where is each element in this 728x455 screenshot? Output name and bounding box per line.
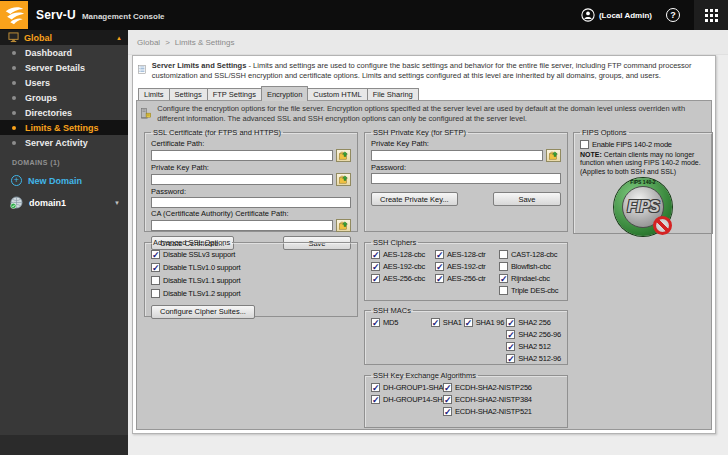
ssh-save-button[interactable]: Save (493, 192, 561, 206)
computer-certificate-icon (141, 104, 151, 123)
checkbox-box[interactable]: ✓ (506, 354, 515, 363)
checkbox-box[interactable] (151, 289, 160, 298)
checkbox-disable-tlsv1-2-support[interactable]: Disable TLSv1.2 support (151, 289, 240, 298)
browse-button[interactable] (336, 149, 351, 162)
sidebar-item-label: Users (25, 78, 50, 88)
ca-certificate-path-input[interactable] (151, 220, 333, 231)
checkbox-box[interactable]: ✓ (431, 318, 440, 327)
tab-settings[interactable]: Settings (169, 88, 208, 100)
checkbox-aes-128-ctr[interactable]: ✓AES-128-ctr (435, 250, 499, 259)
browse-button[interactable] (336, 219, 351, 232)
configure-cipher-suites-button[interactable]: Configure Cipher Suites... (151, 305, 255, 319)
checkbox-box[interactable]: ✓ (371, 395, 380, 404)
checkbox-box[interactable] (499, 286, 508, 295)
sidebar-item-directories[interactable]: Directories (0, 105, 128, 120)
sidebar-item-groups[interactable]: Groups (0, 90, 128, 105)
checkbox-ecdh-sha2-nistp256[interactable]: ✓ECDH-SHA2-NISTP256 (443, 383, 532, 392)
browse-button[interactable] (336, 173, 351, 186)
checkbox-sha2-256[interactable]: ✓SHA2 256 (506, 318, 561, 327)
sidebar-item-domain1[interactable]: domain1 ▼ (0, 196, 128, 209)
main-content: Global > Limits & Settings Server Limits… (128, 30, 728, 455)
checkbox-disable-tlsv1-1-support[interactable]: Disable TLSv1.1 support (151, 276, 240, 285)
checkbox-aes-192-cbc[interactable]: ✓AES-192-cbc (371, 262, 435, 271)
help-button[interactable]: ? (666, 8, 680, 22)
checkbox-aes-256-cbc[interactable]: ✓AES-256-cbc (371, 274, 435, 283)
checkbox-box[interactable]: ✓ (371, 383, 380, 392)
breadcrumb-root[interactable]: Global (137, 38, 160, 47)
checkbox-box[interactable]: ✓ (443, 395, 452, 404)
ssh-password-input[interactable] (371, 173, 561, 184)
checkbox-blowfish-cbc[interactable]: Blowfish-cbc (499, 262, 558, 271)
checkbox-box[interactable]: ✓ (506, 342, 515, 351)
checkbox-box[interactable]: ✓ (371, 250, 380, 259)
checkbox-aes-256-ctr[interactable]: ✓AES-256-ctr (435, 274, 499, 283)
checkbox-sha1[interactable]: ✓SHA1 (431, 318, 464, 327)
certificate-path-input[interactable] (151, 150, 333, 161)
new-domain-button[interactable]: + New Domain (0, 175, 128, 186)
checkbox-label: ECDH-SHA2-NISTP521 (455, 407, 532, 416)
private-key-path-input[interactable] (151, 174, 333, 185)
checkbox-triple-des-cbc[interactable]: Triple DES-cbc (499, 286, 558, 295)
checkbox-enable-fips-140-2-mode[interactable]: Enable FIPS 140-2 mode (580, 140, 706, 149)
checkbox-box[interactable]: ✓ (371, 262, 380, 271)
ssh-key-path-input[interactable] (371, 150, 543, 161)
checkbox-sha2-256-96[interactable]: ✓SHA2 256-96 (506, 330, 561, 339)
tab-custom-html[interactable]: Custom HTML (307, 88, 367, 100)
tab-ftp-settings[interactable]: FTP Settings (207, 88, 262, 100)
checkbox-box[interactable]: ✓ (443, 383, 452, 392)
checkbox-sha1-96[interactable]: ✓SHA1 96 (464, 318, 506, 327)
checkbox-box[interactable]: ✓ (151, 263, 160, 272)
checkbox-aes-128-cbc[interactable]: ✓AES-128-cbc (371, 250, 435, 259)
checkbox-disable-tlsv1-0-support[interactable]: ✓Disable TLSv1.0 support (151, 263, 240, 272)
checkbox-ecdh-sha2-nistp384[interactable]: ✓ECDH-SHA2-NISTP384 (443, 395, 532, 404)
checkbox-aes-192-ctr[interactable]: ✓AES-192-ctr (435, 262, 499, 271)
sidebar-item-limits-settings[interactable]: Limits & Settings (0, 120, 128, 135)
checkbox-box[interactable]: ✓ (371, 274, 380, 283)
checkbox-cast-128-cbc[interactable]: CAST-128-cbc (499, 250, 558, 259)
checkbox-md5[interactable]: ✓MD5 (371, 318, 431, 327)
app-launcher-button[interactable] (694, 0, 728, 30)
checkbox-box[interactable] (499, 262, 508, 271)
sidebar-item-server-activity[interactable]: Server Activity (0, 135, 128, 150)
checkbox-box[interactable]: ✓ (435, 274, 444, 283)
sidebar-item-dashboard[interactable]: Dashboard (0, 45, 128, 60)
no-entry-icon (653, 216, 672, 235)
bullet-icon (12, 51, 16, 55)
ssl-password-input[interactable] (151, 197, 351, 208)
sidebar-item-users[interactable]: Users (0, 75, 128, 90)
checkbox-dh-group14-sha1[interactable]: ✓DH-GROUP14-SHA1 (371, 395, 443, 404)
checkbox-box[interactable]: ✓ (151, 250, 160, 259)
checkbox-sha2-512-96[interactable]: ✓SHA2 512-96 (506, 354, 561, 363)
sidebar-item-server-details[interactable]: Server Details (0, 60, 128, 75)
checkbox-label: SHA1 (443, 318, 462, 327)
checkbox-box[interactable]: ✓ (506, 330, 515, 339)
checkbox-sha2-512[interactable]: ✓SHA2 512 (506, 342, 561, 351)
fips-badge: FIPS 140-2 FIPS (614, 178, 672, 236)
browse-button[interactable] (546, 149, 561, 162)
checkbox-box[interactable]: ✓ (506, 318, 515, 327)
checkbox-box[interactable]: ✓ (435, 262, 444, 271)
user-menu[interactable]: (Local Admin) (581, 8, 652, 22)
sidebar-global[interactable]: Global ▲ (0, 30, 128, 45)
checkbox-ecdh-sha2-nistp521[interactable]: ✓ECDH-SHA2-NISTP521 (443, 407, 532, 416)
checkbox-dh-group1-sha1[interactable]: ✓DH-GROUP1-SHA1 (371, 383, 443, 392)
domains-section-label: DOMAINS (1) (0, 159, 128, 166)
checkbox-rijndael-cbc[interactable]: ✓Rijndael-cbc (499, 274, 558, 283)
create-private-key-button[interactable]: Create Private Key... (371, 192, 458, 206)
checkbox-box[interactable] (151, 276, 160, 285)
checkbox-box[interactable]: ✓ (435, 250, 444, 259)
chevron-down-icon[interactable]: ▼ (114, 200, 120, 206)
tab-limits[interactable]: Limits (138, 88, 170, 100)
checkbox-box[interactable]: ✓ (499, 274, 508, 283)
checkbox-box[interactable] (499, 250, 508, 259)
tab-file-sharing[interactable]: File Sharing (367, 88, 419, 100)
checkbox-label: CAST-128-cbc (511, 250, 557, 259)
checkbox-box[interactable]: ✓ (464, 318, 473, 327)
solarwinds-logo[interactable] (0, 1, 28, 29)
checkbox-box[interactable]: ✓ (443, 407, 452, 416)
checkbox-label: Rijndael-cbc (511, 274, 550, 283)
checkbox-box[interactable] (580, 140, 589, 149)
tab-encryption[interactable]: Encryption (261, 86, 308, 101)
checkbox-box[interactable]: ✓ (371, 318, 380, 327)
checkbox-disable-sslv3-support[interactable]: ✓Disable SSLv3 support (151, 250, 240, 259)
